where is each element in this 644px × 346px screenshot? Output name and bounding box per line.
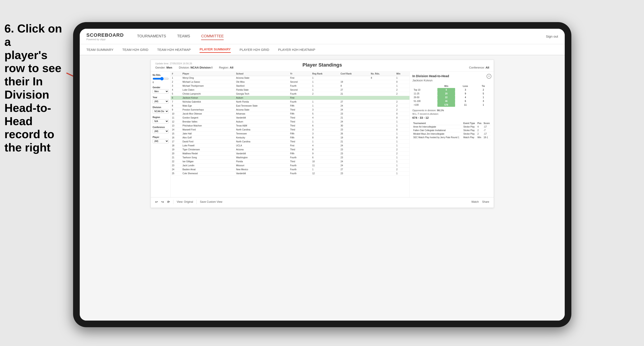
h2h-loss: 11 bbox=[455, 103, 476, 107]
cell-num: 13 bbox=[171, 124, 181, 128]
cell-num: 14 bbox=[171, 128, 181, 132]
cell-num: 4 bbox=[171, 88, 181, 92]
player-row[interactable]: 24 Bastien Amat New Mexico Fourth 1 27 2 bbox=[171, 168, 410, 172]
rounds-slider[interactable] bbox=[152, 77, 169, 80]
division-select[interactable]: NCAA Division I bbox=[152, 109, 169, 113]
subnav-team-h2h-grid[interactable]: TEAM H2H GRID bbox=[122, 47, 148, 53]
player-row[interactable]: 4 Luke Claton Florida State Second 1 27 … bbox=[171, 88, 410, 92]
sign-out-button[interactable]: Sign out bbox=[546, 34, 558, 38]
subnav-team-h2h-heatmap[interactable]: TEAM H2H HEATMAP bbox=[157, 47, 191, 53]
h2h-loss: 6 bbox=[455, 99, 476, 103]
subnav-player-h2h-grid[interactable]: PLAYER H2H GRID bbox=[240, 47, 269, 53]
logo-area: SCOREBOARD Powered by clippi bbox=[86, 32, 124, 41]
cell-yr: First bbox=[289, 76, 311, 80]
cell-reg-rank: 1 bbox=[311, 120, 340, 124]
player-row[interactable]: 7 Nicholas Gabrelick North Florida Fourt… bbox=[171, 100, 410, 104]
cell-conf-rank: 24 bbox=[340, 104, 370, 108]
player-row[interactable]: 21 Taehoon Song Washington Fourth 6 23 1 bbox=[171, 156, 410, 160]
cell-conf-rank: 24 bbox=[340, 108, 370, 112]
conference-select[interactable]: (All) bbox=[152, 129, 169, 133]
tourn-col-score: Score bbox=[482, 122, 491, 125]
tourn-name: SEC Match Play hosted by Jerry Pate Roun… bbox=[412, 136, 462, 139]
player-row[interactable]: 12 Brendan Valles Auburn Third 1 24 1 bbox=[171, 120, 410, 124]
player-row[interactable]: 18 Luke Powell UCLA First 4 24 1 bbox=[171, 144, 410, 148]
h2h-range: 11-25 bbox=[412, 92, 438, 96]
player-row[interactable]: 23 Jack Lundin Missouri Fourth 11 24 1 bbox=[171, 164, 410, 168]
h2h-tie: 2 bbox=[476, 88, 491, 92]
cell-school: Kentucky bbox=[235, 136, 289, 140]
player-row[interactable]: 22 Ian Gilligan Florida Third 10 24 1 bbox=[171, 160, 410, 164]
player-row[interactable]: 19 Tiger Christensen Arizona Third 8 23 … bbox=[171, 148, 410, 152]
gender-select[interactable]: Men bbox=[152, 89, 169, 94]
tourn-score: -17 bbox=[482, 132, 491, 136]
cell-num: 22 bbox=[171, 160, 181, 164]
view-original-btn[interactable]: View: Original bbox=[177, 200, 193, 203]
subnav-player-h2h-heatmap[interactable]: PLAYER H2H HEATMAP bbox=[278, 47, 315, 53]
col-win: Win bbox=[395, 72, 410, 76]
toolbar-sep-2 bbox=[196, 200, 197, 204]
player-row[interactable]: 9 Preston Summerhays Arizona State Third… bbox=[171, 108, 410, 112]
cell-num: 7 bbox=[171, 100, 181, 104]
cell-num: 12 bbox=[171, 120, 181, 124]
redo-icon[interactable]: ↪ bbox=[161, 200, 164, 204]
cell-no-rds bbox=[370, 168, 395, 172]
watch-btn[interactable]: Watch bbox=[471, 200, 479, 203]
player-row[interactable]: 1 Wenyi Ding Arizona State First 1 8 1 bbox=[171, 76, 410, 80]
close-h2h-button[interactable]: ✕ bbox=[486, 74, 492, 79]
year-select[interactable]: (All) bbox=[152, 99, 169, 103]
h2h-wlt-record: 674 - 33 - 12 bbox=[412, 116, 491, 119]
cell-reg-rank: 2 bbox=[311, 92, 340, 96]
main-content: Update time: 27/05/2024 16:56:26 Player … bbox=[80, 55, 565, 321]
cell-no-rds bbox=[370, 140, 395, 144]
player-row[interactable]: 11 Gordon Sargent Vanderbilt Third 4 21 … bbox=[171, 116, 410, 120]
cell-player: Preston Summerhays bbox=[181, 108, 235, 112]
h2h-win: 578 bbox=[438, 103, 455, 107]
player-row[interactable]: 10 Jacob Mox Obiesse Arkansas Fifth 5 23… bbox=[171, 112, 410, 116]
cell-school: Texas A&M bbox=[235, 124, 289, 128]
refresh-icon[interactable]: ⟳ bbox=[167, 200, 170, 204]
player-row[interactable]: 3 Michael Thorbjornsen Stanford Fourth 1… bbox=[171, 84, 410, 88]
player-row[interactable]: 15 Jake Hall Tennessee Fifth 3 26 1 bbox=[171, 132, 410, 136]
cell-player: Ian Gilligan bbox=[181, 160, 235, 164]
cell-yr: Second bbox=[289, 80, 311, 84]
cell-win: 1 bbox=[395, 164, 410, 168]
cell-conf-rank: 21 bbox=[340, 116, 370, 120]
cell-school: East Tennessee State bbox=[235, 104, 289, 108]
share-btn[interactable]: Share bbox=[482, 200, 489, 203]
cell-conf-rank: 21 bbox=[340, 92, 370, 96]
player-row[interactable]: 17 David Ford North Carolina Third 1 21 … bbox=[171, 140, 410, 144]
undo-icon[interactable]: ↩ bbox=[155, 200, 158, 204]
player-row[interactable]: 5 Christo Lamprecht Georgia Tech Fourth … bbox=[171, 92, 410, 96]
player-row[interactable]: 14 Maxwell Ford North Carolina Third 3 2… bbox=[171, 128, 410, 132]
nav-tournaments[interactable]: TOURNAMENTS bbox=[137, 33, 166, 40]
subnav-player-summary[interactable]: PLAYER SUMMARY bbox=[200, 46, 231, 53]
cell-school: Stanford bbox=[235, 84, 289, 88]
player-row[interactable]: 2 Michael La Sasso Ole Miss Second 1 19 … bbox=[171, 80, 410, 84]
subnav-team-summary[interactable]: TEAM SUMMARY bbox=[86, 47, 114, 53]
h2h-row: 26-50 22 4 1 bbox=[412, 96, 491, 99]
cell-player: Taehoon Song bbox=[181, 156, 235, 160]
cell-win bbox=[395, 96, 410, 100]
cell-school: Washington bbox=[235, 156, 289, 160]
player-row[interactable]: 20 Matthew Riedel Vanderbilt Fifth 9 23 … bbox=[171, 152, 410, 156]
nav-items: TOURNAMENTS TEAMS COMMITTEE bbox=[137, 33, 546, 40]
cell-win: 2 bbox=[395, 92, 410, 96]
cell-yr: Third bbox=[289, 116, 311, 120]
cell-no-rds bbox=[370, 84, 395, 88]
player-row[interactable]: 25 Cole Sherwood Vanderbilt Fourth 12 23… bbox=[171, 172, 410, 175]
player-select[interactable]: (All) bbox=[152, 139, 169, 143]
region-select[interactable]: N/A bbox=[152, 119, 169, 123]
player-row[interactable]: 6 Jackson Koivun Auburn First bbox=[171, 96, 410, 100]
player-row[interactable]: 8 Mats Ege East Tennessee State Fifth 1 … bbox=[171, 104, 410, 108]
cell-win: 0 bbox=[395, 80, 410, 84]
player-row[interactable]: 16 Alex Goff Kentucky Fifth 8 19 0 bbox=[171, 136, 410, 140]
nav-teams[interactable]: TEAMS bbox=[177, 33, 190, 40]
cell-num: 20 bbox=[171, 152, 181, 156]
report-container: Update time: 27/05/2024 16:56:26 Player … bbox=[150, 60, 494, 208]
player-row[interactable]: 13 Phichakun Maichon Texas A&M Third 6 3… bbox=[171, 124, 410, 128]
nav-committee[interactable]: COMMITTEE bbox=[201, 33, 224, 40]
cell-school: Vanderbilt bbox=[235, 172, 289, 175]
save-custom-btn[interactable]: Save Custom View bbox=[200, 200, 222, 203]
h2h-range: 26-50 bbox=[412, 96, 438, 99]
h2h-breakdown-table: Win Loss Tie Top 10 8 3 2 11-25 20 9 5 2… bbox=[412, 84, 491, 107]
